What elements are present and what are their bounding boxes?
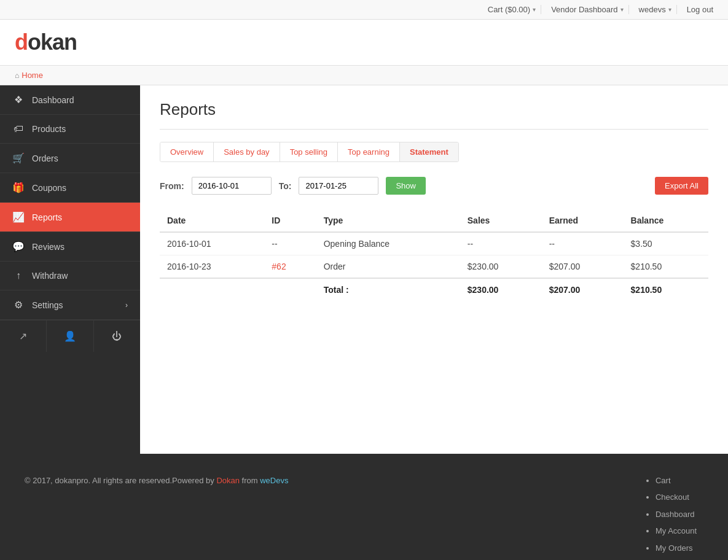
user-caret: ▾ — [668, 6, 671, 13]
row2-type: Order — [316, 255, 460, 279]
total-sales: $230.00 — [460, 278, 542, 301]
footer-myaccount-link[interactable]: My Account — [656, 526, 697, 535]
row2-earned: $207.00 — [542, 255, 624, 279]
total-balance: $210.50 — [624, 278, 708, 301]
list-item: My Account — [656, 524, 703, 538]
power-icon[interactable]: ⏻ — [94, 321, 140, 352]
sidebar-item-withdraw[interactable]: ↑ Withdraw — [0, 262, 140, 290]
breadcrumb: ⌂ Home — [0, 66, 728, 85]
total-earned: $207.00 — [542, 278, 624, 301]
products-icon: 🏷 — [12, 123, 25, 134]
show-button[interactable]: Show — [386, 177, 426, 195]
sidebar-label-coupons: Coupons — [32, 183, 66, 193]
order-link[interactable]: #62 — [272, 262, 286, 271]
report-table: Date ID Type Sales Earned Balance 2016-1… — [160, 209, 708, 301]
sidebar-label-reviews: Reviews — [32, 242, 65, 252]
breadcrumb-home[interactable]: Home — [22, 71, 43, 80]
user-label: wedevs — [639, 5, 666, 14]
total-row: Total : $230.00 $207.00 $210.50 — [160, 278, 708, 301]
sidebar-item-reports[interactable]: 📈 Reports — [0, 203, 140, 232]
from-label: From: — [160, 181, 184, 191]
footer-cart-link[interactable]: Cart — [656, 476, 671, 485]
to-input[interactable] — [299, 177, 378, 195]
user-profile-icon[interactable]: 👤 — [47, 321, 93, 352]
total-label: Total : — [316, 278, 460, 301]
sidebar-label-reports: Reports — [32, 212, 62, 222]
reports-icon: 📈 — [12, 211, 25, 223]
row1-type: Opening Balance — [316, 232, 460, 255]
sidebar: ❖ Dashboard 🏷 Products 🛒 Orders 🎁 Coupon… — [0, 85, 140, 454]
cart-label: Cart ($0.00) — [488, 5, 530, 14]
from-text: from — [240, 476, 260, 485]
settings-icon: ⚙ — [12, 299, 25, 311]
user-menu[interactable]: wedevs ▾ — [634, 5, 677, 14]
page-title: Reports — [160, 100, 708, 130]
list-item: Dashboard — [656, 507, 703, 521]
main-layout: ❖ Dashboard 🏷 Products 🛒 Orders 🎁 Coupon… — [0, 85, 728, 454]
tab-overview[interactable]: Overview — [160, 142, 214, 161]
tab-top-selling[interactable]: Top selling — [280, 142, 338, 161]
top-bar: Cart ($0.00) ▾ Vendor Dashboard ▾ wedevs… — [0, 0, 728, 20]
sidebar-item-coupons[interactable]: 🎁 Coupons — [0, 173, 140, 203]
home-icon: ⌂ — [15, 71, 19, 80]
site-header: dokan — [0, 20, 728, 66]
row2-balance: $210.50 — [624, 255, 708, 279]
logout-button[interactable]: Log out — [682, 5, 718, 14]
list-item: Checkout — [656, 490, 703, 504]
sidebar-item-settings[interactable]: ⚙ Settings › — [0, 290, 140, 320]
coupons-icon: 🎁 — [12, 182, 25, 193]
row2-id[interactable]: #62 — [264, 255, 316, 279]
dashboard-icon: ❖ — [12, 94, 25, 106]
sidebar-label-products: Products — [32, 124, 66, 134]
filter-row: From: To: Show Export All — [160, 177, 708, 195]
row1-date: 2016-10-01 — [160, 232, 264, 255]
sidebar-item-dashboard[interactable]: ❖ Dashboard — [0, 85, 140, 115]
table-row: 2016-10-23 #62 Order $230.00 $207.00 $21… — [160, 255, 708, 279]
sidebar-item-reviews[interactable]: 💬 Reviews — [0, 232, 140, 262]
vendor-dashboard-menu[interactable]: Vendor Dashboard ▾ — [546, 5, 628, 14]
list-item: Cart — [656, 473, 703, 488]
vendor-dashboard-label: Vendor Dashboard — [551, 5, 617, 14]
sidebar-item-products[interactable]: 🏷 Products — [0, 115, 140, 144]
sidebar-label-dashboard: Dashboard — [32, 95, 74, 105]
footer-myorders-link[interactable]: My Orders — [656, 543, 693, 553]
cart-menu[interactable]: Cart ($0.00) ▾ — [483, 5, 541, 14]
col-date: Date — [160, 209, 264, 232]
export-button[interactable]: Export All — [655, 177, 708, 195]
col-earned: Earned — [542, 209, 624, 232]
orders-icon: 🛒 — [12, 152, 25, 164]
col-id: ID — [264, 209, 316, 232]
row1-earned: -- — [542, 232, 624, 255]
list-item: Sample Page — [656, 558, 703, 560]
row1-balance: $3.50 — [624, 232, 708, 255]
tab-top-earning[interactable]: Top earning — [338, 142, 400, 161]
footer: © 2017, dokanpro. All rights are reserve… — [0, 454, 728, 560]
col-balance: Balance — [624, 209, 708, 232]
external-link-icon[interactable]: ↗ — [0, 321, 47, 352]
footer-copyright: © 2017, dokanpro. All rights are reserve… — [25, 473, 288, 488]
cart-caret: ▾ — [533, 6, 536, 13]
to-label: To: — [279, 181, 292, 191]
tabs: Overview Sales by day Top selling Top ea… — [160, 142, 459, 162]
list-item: My Orders — [656, 541, 703, 555]
tab-sales-by-day[interactable]: Sales by day — [214, 142, 280, 161]
wedevs-link[interactable]: weDevs — [260, 476, 288, 485]
table-row: 2016-10-01 -- Opening Balance -- -- $3.5… — [160, 232, 708, 255]
withdraw-icon: ↑ — [12, 270, 25, 281]
reviews-icon: 💬 — [12, 241, 25, 252]
footer-dashboard-link[interactable]: Dashboard — [656, 510, 695, 519]
dokan-link[interactable]: Dokan — [216, 476, 240, 485]
sidebar-label-withdraw: Withdraw — [32, 271, 68, 281]
sidebar-label-settings: Settings — [32, 300, 63, 310]
footer-checkout-link[interactable]: Checkout — [656, 492, 689, 502]
from-input[interactable] — [192, 177, 272, 195]
sidebar-label-orders: Orders — [32, 154, 58, 163]
logo: dokan — [15, 29, 77, 55]
logo-d: d — [15, 29, 28, 55]
content-area: Reports Overview Sales by day Top sellin… — [140, 85, 728, 454]
sidebar-item-orders[interactable]: 🛒 Orders — [0, 144, 140, 173]
footer-nav-list: Cart Checkout Dashboard My Account My Or… — [644, 473, 703, 560]
tab-statement[interactable]: Statement — [400, 142, 458, 161]
col-type: Type — [316, 209, 460, 232]
settings-arrow: › — [125, 301, 128, 309]
